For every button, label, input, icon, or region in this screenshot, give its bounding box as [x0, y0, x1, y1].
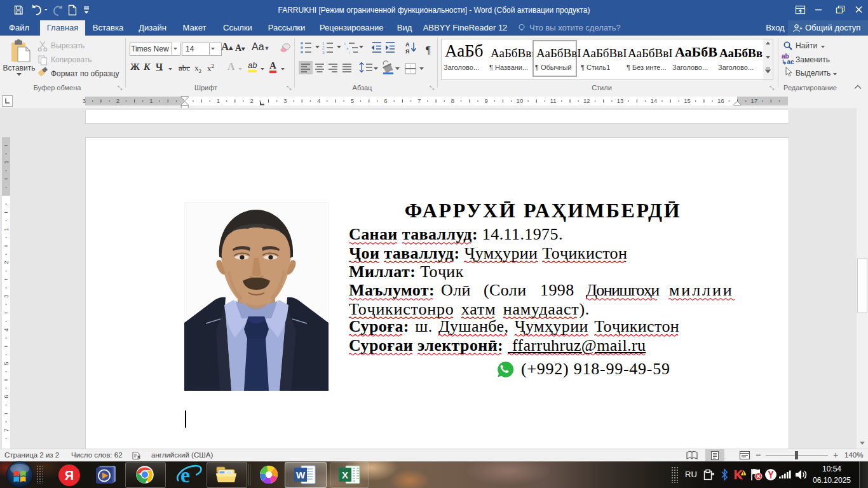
svg-text:X: X	[342, 470, 348, 480]
svg-text:i: i	[349, 51, 349, 55]
svg-text:1: 1	[344, 42, 346, 46]
svg-text:Я: Я	[405, 48, 409, 55]
svg-text:2: 2	[322, 46, 325, 50]
svg-text:a: a	[346, 46, 349, 50]
svg-text:¶: ¶	[426, 44, 431, 56]
svg-text:Я: Я	[65, 468, 74, 482]
svg-text:W: W	[296, 470, 306, 480]
svg-text:1: 1	[322, 41, 325, 46]
svg-text:3: 3	[322, 50, 325, 55]
svg-text:А: А	[405, 41, 410, 48]
